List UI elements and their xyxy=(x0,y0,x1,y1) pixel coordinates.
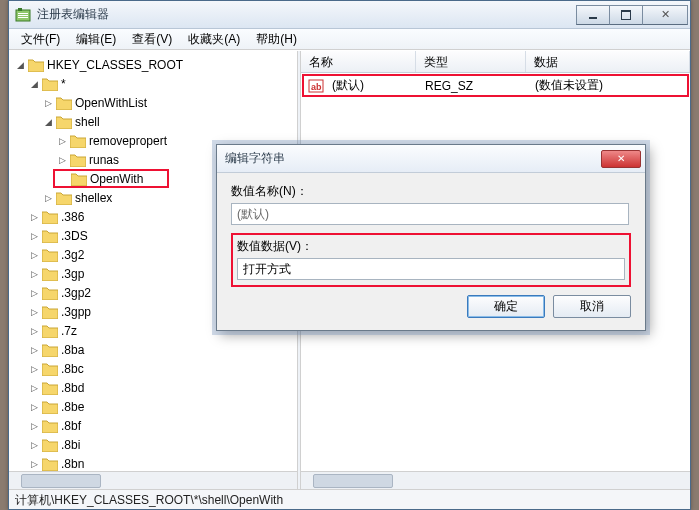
tree-node-shell[interactable]: ◢ shell xyxy=(9,112,297,131)
expand-icon[interactable]: ▷ xyxy=(29,268,40,279)
tree-label: .3g2 xyxy=(61,248,84,262)
tree-label: .8bf xyxy=(61,419,81,433)
folder-icon xyxy=(42,438,58,452)
value-name-label: 数值名称(N)： xyxy=(231,183,631,200)
statusbar: 计算机\HKEY_CLASSES_ROOT\*\shell\OpenWith xyxy=(9,489,690,509)
list-header: 名称 类型 数据 xyxy=(301,51,690,73)
menu-favorites[interactable]: 收藏夹(A) xyxy=(180,29,248,50)
expand-icon[interactable]: ▷ xyxy=(29,382,40,393)
value-data-label: 数值数据(V)： xyxy=(237,238,625,255)
list-row-default[interactable]: ab (默认) REG_SZ (数值未设置) xyxy=(304,76,687,95)
cancel-button[interactable]: 取消 xyxy=(553,295,631,318)
folder-icon xyxy=(56,115,72,129)
menu-edit[interactable]: 编辑(E) xyxy=(68,29,124,50)
folder-icon xyxy=(42,457,58,471)
scrollbar-thumb[interactable] xyxy=(313,474,393,488)
collapse-icon[interactable]: ◢ xyxy=(15,59,26,70)
tree-label: shellex xyxy=(75,191,112,205)
folder-icon xyxy=(42,286,58,300)
folder-icon xyxy=(42,324,58,338)
list-horizontal-scrollbar[interactable] xyxy=(301,471,690,489)
svg-rect-3 xyxy=(18,15,28,16)
expand-icon[interactable]: ▷ xyxy=(29,363,40,374)
col-data[interactable]: 数据 xyxy=(526,51,690,72)
dialog-button-row: 确定 取消 xyxy=(231,295,631,318)
tree-label: runas xyxy=(89,153,119,167)
folder-icon xyxy=(71,172,87,186)
tree-node-openwith-highlighted[interactable]: OpenWith xyxy=(53,169,169,188)
svg-rect-2 xyxy=(18,13,28,14)
expand-icon[interactable]: ▷ xyxy=(29,230,40,241)
folder-icon xyxy=(42,400,58,414)
cell-name: (默认) xyxy=(324,77,417,94)
tree-node[interactable]: ▷.8bi xyxy=(9,435,297,454)
tree-node[interactable]: ▷.8bc xyxy=(9,359,297,378)
expand-icon[interactable]: ▷ xyxy=(43,192,54,203)
dialog-titlebar[interactable]: 编辑字符串 ✕ xyxy=(217,145,645,173)
tree-label: shell xyxy=(75,115,100,129)
svg-rect-4 xyxy=(18,17,28,18)
expand-icon[interactable]: ▷ xyxy=(29,344,40,355)
close-button[interactable] xyxy=(642,5,688,25)
window-controls xyxy=(577,5,688,25)
titlebar[interactable]: 注册表编辑器 xyxy=(9,1,690,29)
tree-node-star[interactable]: ◢ * xyxy=(9,74,297,93)
cell-type: REG_SZ xyxy=(417,79,527,93)
col-name[interactable]: 名称 xyxy=(301,51,416,72)
expand-icon[interactable]: ▷ xyxy=(43,97,54,108)
status-path: 计算机\HKEY_CLASSES_ROOT\*\shell\OpenWith xyxy=(15,493,283,507)
folder-icon xyxy=(70,153,86,167)
expand-icon[interactable]: ▷ xyxy=(29,211,40,222)
string-value-icon: ab xyxy=(308,78,324,94)
menubar: 文件(F) 编辑(E) 查看(V) 收藏夹(A) 帮助(H) xyxy=(9,29,690,50)
value-data-input[interactable] xyxy=(237,258,625,280)
expand-icon[interactable]: ▷ xyxy=(29,401,40,412)
tree-node-openwithlist[interactable]: ▷ OpenWithList xyxy=(9,93,297,112)
folder-icon xyxy=(42,381,58,395)
ok-button[interactable]: 确定 xyxy=(467,295,545,318)
maximize-button[interactable] xyxy=(609,5,643,25)
scrollbar-thumb[interactable] xyxy=(21,474,101,488)
app-icon xyxy=(15,7,31,23)
tree-node[interactable]: ▷.8bn xyxy=(9,454,297,471)
value-name-input[interactable] xyxy=(231,203,629,225)
expand-icon[interactable]: ▷ xyxy=(29,325,40,336)
tree-label: OpenWith xyxy=(90,172,143,186)
menu-file[interactable]: 文件(F) xyxy=(13,29,68,50)
dialog-close-button[interactable]: ✕ xyxy=(601,150,641,168)
tree-horizontal-scrollbar[interactable] xyxy=(9,471,297,489)
folder-icon xyxy=(56,191,72,205)
expand-icon[interactable]: ▷ xyxy=(29,420,40,431)
menu-view[interactable]: 查看(V) xyxy=(124,29,180,50)
expand-icon[interactable]: ▷ xyxy=(29,458,40,469)
edit-string-dialog: 编辑字符串 ✕ 数值名称(N)： 数值数据(V)： 确定 取消 xyxy=(216,144,646,331)
folder-icon xyxy=(56,96,72,110)
tree-label: .3gp2 xyxy=(61,286,91,300)
tree-label: .7z xyxy=(61,324,77,338)
tree-label: .3DS xyxy=(61,229,88,243)
folder-icon xyxy=(42,77,58,91)
tree-label: .3gp xyxy=(61,267,84,281)
dialog-title: 编辑字符串 xyxy=(221,150,601,167)
folder-icon xyxy=(42,229,58,243)
collapse-icon[interactable]: ◢ xyxy=(29,78,40,89)
minimize-button[interactable] xyxy=(576,5,610,25)
expand-icon[interactable]: ▷ xyxy=(57,154,68,165)
expand-icon[interactable]: ▷ xyxy=(57,135,68,146)
expand-icon[interactable]: ▷ xyxy=(29,439,40,450)
expand-icon[interactable]: ▷ xyxy=(29,306,40,317)
col-type[interactable]: 类型 xyxy=(416,51,526,72)
expand-icon[interactable]: ▷ xyxy=(29,249,40,260)
tree-node[interactable]: ▷.8bf xyxy=(9,416,297,435)
tree-node[interactable]: ▷.8be xyxy=(9,397,297,416)
folder-icon xyxy=(42,362,58,376)
expand-icon[interactable]: ▷ xyxy=(29,287,40,298)
dialog-body: 数值名称(N)： 数值数据(V)： 确定 取消 xyxy=(217,173,645,330)
tree-label: HKEY_CLASSES_ROOT xyxy=(47,58,183,72)
tree-node[interactable]: ▷.8bd xyxy=(9,378,297,397)
tree-label: .8bi xyxy=(61,438,80,452)
tree-node[interactable]: ▷.8ba xyxy=(9,340,297,359)
menu-help[interactable]: 帮助(H) xyxy=(248,29,305,50)
collapse-icon[interactable]: ◢ xyxy=(43,116,54,127)
tree-node-root[interactable]: ◢ HKEY_CLASSES_ROOT xyxy=(9,55,297,74)
